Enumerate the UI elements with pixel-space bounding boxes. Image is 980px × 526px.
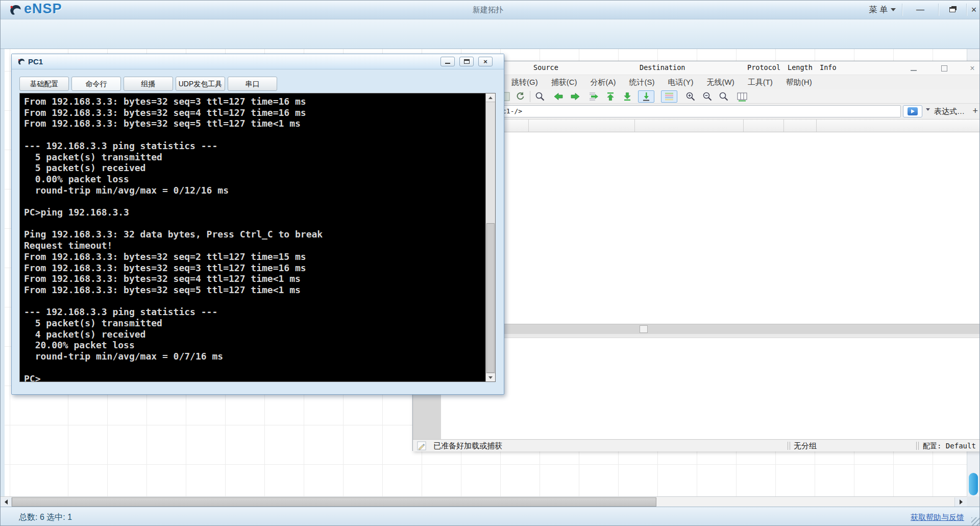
go-to-packet-icon[interactable]: [586, 90, 600, 103]
auto-scroll-icon[interactable]: [638, 90, 654, 103]
previous-glyph: [553, 91, 564, 102]
wireshark-menu-2[interactable]: 分析(A): [584, 75, 623, 89]
ws-zoom-in-glyph: [685, 91, 696, 102]
terminal-output[interactable]: From 192.168.3.3: bytes=32 seq=3 ttl=127…: [20, 93, 485, 381]
go-to-top-icon[interactable]: [604, 90, 617, 103]
scroll-down-button[interactable]: [486, 373, 495, 381]
close-icon: ×: [971, 5, 977, 15]
scrollbar-corner: [967, 496, 980, 507]
apply-filter-button[interactable]: [903, 105, 922, 117]
pc1-minimize-button[interactable]: [440, 57, 455, 66]
pc1-maximize-button[interactable]: [459, 57, 474, 66]
menu-button-label: 菜 单: [869, 5, 888, 15]
hscrollbar-thumb[interactable]: [12, 497, 656, 507]
status-ready-text: 已准备好加载或捕获: [433, 440, 502, 452]
resize-grip[interactable]: [971, 517, 979, 525]
vertical-scrollbar-thumb[interactable]: [969, 473, 978, 495]
pc1-tab-bar[interactable]: 基础配置命令行组播UDP发包工具串口: [19, 77, 280, 91]
maximize-icon: [464, 59, 470, 64]
zoom-in-packet-icon[interactable]: [684, 90, 697, 103]
terminal-scrollbar[interactable]: [485, 93, 495, 381]
wireshark-menubar[interactable]: 跳转(G)捕获(C)分析(A)统计(S)电话(Y)无线(W)工具(T)帮助(H): [505, 75, 819, 89]
resize-columns-icon[interactable]: [736, 90, 749, 103]
find-icon[interactable]: [533, 90, 547, 103]
pc1-window-title: PC1: [28, 57, 43, 66]
minimize-button[interactable]: —: [905, 2, 936, 17]
wireshark-menu-0[interactable]: 跳转(G): [505, 75, 545, 89]
menu-button[interactable]: 菜 单: [864, 2, 901, 17]
colorize-icon[interactable]: [661, 90, 677, 103]
hscrollbar-thumb[interactable]: [640, 325, 648, 333]
zoom-out-packet-icon[interactable]: [701, 90, 714, 103]
next-packet-icon[interactable]: [569, 90, 582, 103]
expression-button[interactable]: 表达式…: [934, 107, 965, 116]
titlebar-separator: [938, 4, 939, 16]
pc1-tab-1[interactable]: 命令行: [71, 77, 121, 91]
pc1-tab-4[interactable]: 串口: [228, 77, 277, 91]
wireshark-close-button[interactable]: ×: [963, 62, 980, 74]
ensp-logo-text: eNSP: [24, 1, 62, 17]
caret-down-icon: [891, 8, 896, 11]
minimize-icon: —: [916, 5, 924, 14]
filter-dropdown-caret-icon[interactable]: [926, 108, 930, 111]
column-header-3[interactable]: Length: [788, 63, 813, 71]
column-header-0[interactable]: Source: [533, 63, 558, 71]
window-frame-left: [1, 49, 5, 496]
pc1-titlebar[interactable]: PC1 ×: [12, 54, 504, 69]
titlebar-separator: [902, 4, 903, 16]
toolbar-separator: [530, 91, 530, 102]
annotate-pencil-icon[interactable]: [417, 441, 426, 450]
zoom-reset-icon[interactable]: [717, 90, 730, 103]
up-arrow-icon: [488, 97, 493, 99]
column-separator[interactable]: [634, 119, 635, 132]
column-header-2[interactable]: Protocol: [747, 63, 780, 71]
auto-scroll-glyph: [641, 91, 652, 102]
status-separator: [916, 442, 919, 450]
pc1-window[interactable]: PC1 × 基础配置命令行组播UDP发包工具串口 From 192.168.3.…: [11, 54, 504, 395]
pc1-tab-3[interactable]: UDP发包工具: [176, 77, 225, 91]
wireshark-menu-1[interactable]: 捕获(C): [545, 75, 584, 89]
close-button[interactable]: ×: [967, 2, 980, 17]
top-glyph: [605, 91, 616, 102]
wireshark-menu-3[interactable]: 统计(S): [623, 75, 662, 89]
close-icon: ×: [970, 64, 974, 73]
help-feedback-link[interactable]: 获取帮助与反馈: [911, 513, 964, 522]
ensp-mini-logo-icon: [16, 57, 26, 66]
reload-icon[interactable]: [513, 90, 527, 103]
scroll-up-button[interactable]: [486, 93, 495, 102]
close-icon: ×: [483, 58, 487, 65]
wireshark-minimize-button[interactable]: [904, 62, 923, 74]
canvas-hscrollbar[interactable]: [1, 496, 967, 507]
column-separator[interactable]: [743, 119, 744, 132]
column-separator[interactable]: [528, 119, 529, 132]
terminal[interactable]: From 192.168.3.3: bytes=32 seq=3 ttl=127…: [19, 93, 496, 382]
pc1-close-button[interactable]: ×: [478, 57, 493, 66]
maximize-icon: [941, 65, 947, 71]
goto-glyph: [587, 91, 599, 102]
resize-columns-glyph: [737, 91, 748, 102]
status-profile[interactable]: 配置: Default: [923, 440, 976, 452]
scroll-right-button[interactable]: [954, 497, 967, 507]
restore-button[interactable]: [940, 2, 965, 17]
scroll-left-button[interactable]: [1, 497, 12, 507]
restore-icon: [949, 7, 955, 12]
wireshark-menu-7[interactable]: 帮助(H): [779, 75, 819, 89]
wireshark-menu-5[interactable]: 无线(W): [700, 75, 741, 89]
add-filter-button[interactable]: +: [972, 106, 978, 116]
wireshark-menu-4[interactable]: 电话(Y): [662, 75, 700, 89]
column-header-4[interactable]: Info: [820, 63, 837, 71]
ws-zoom-reset-glyph: [718, 91, 729, 102]
previous-packet-icon[interactable]: [552, 90, 565, 103]
status-separator: [788, 442, 790, 450]
filter-input[interactable]: c1-/>: [500, 105, 901, 117]
wireshark-menu-6[interactable]: 工具(T): [741, 75, 779, 89]
pc1-tab-0[interactable]: 基础配置: [19, 77, 69, 91]
column-separator[interactable]: [783, 119, 784, 132]
selection-summary: 总数: 6 选中: 1: [19, 512, 72, 523]
column-separator[interactable]: [816, 119, 817, 132]
pc1-tab-2[interactable]: 组播: [124, 77, 173, 91]
terminal-scrollbar-thumb[interactable]: [486, 223, 495, 373]
go-to-bottom-icon[interactable]: [621, 90, 634, 103]
wireshark-maximize-button[interactable]: [935, 62, 953, 74]
column-header-1[interactable]: Destination: [640, 63, 685, 71]
